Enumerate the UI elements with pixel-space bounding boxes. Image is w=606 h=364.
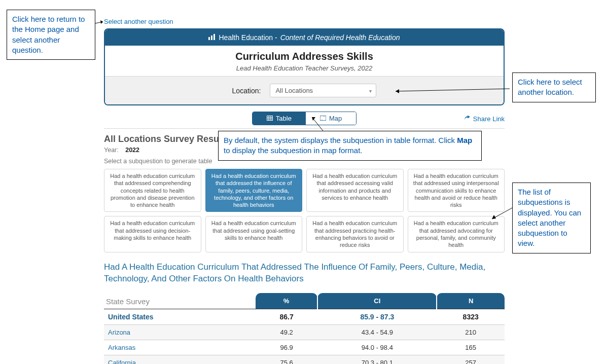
subquestion-card[interactable]: Had a health education curriculum that a… [306, 216, 404, 252]
ci-cell: 94.0 - 98.4 [317, 340, 437, 355]
view-mode-row: Table Map Share Link [104, 112, 505, 125]
col-pct[interactable]: % [256, 293, 318, 309]
n-cell: 210 [437, 324, 505, 340]
col-state[interactable]: State Survey [104, 293, 256, 309]
select-another-question-link[interactable]: Select another question [104, 18, 505, 25]
state-cell: United States [104, 309, 256, 324]
year-label: Year: [104, 147, 119, 154]
view-mode-segmented: Table Map [252, 112, 357, 125]
selected-subquestion-title: Had A Health Education Curriculum That A… [104, 262, 505, 285]
tab-map-label: Map [329, 115, 342, 122]
arrow-select-location [393, 88, 512, 95]
annotation-view-mode: By default, the system displays the subq… [218, 131, 482, 161]
state-cell[interactable]: Arkansas [104, 340, 256, 355]
n-cell: 165 [437, 340, 505, 355]
panel-subtitle: Lead Health Education Teacher Surveys, 2… [105, 64, 504, 72]
table-row: Arkansas96.994.0 - 98.4165 [104, 340, 505, 355]
pct-cell: 49.2 [256, 324, 318, 340]
state-cell[interactable]: Arizona [104, 324, 256, 340]
results-table: State Survey % CI N United States86.785.… [104, 293, 505, 364]
annotation-subq-list: The list of subquestions is displayed. Y… [512, 183, 591, 253]
svg-marker-3 [396, 89, 399, 93]
pct-cell: 86.7 [256, 309, 318, 324]
svg-marker-1 [100, 20, 103, 24]
table-row: California75.670.3 - 80.1257 [104, 355, 505, 364]
ci-cell: 43.4 - 54.9 [317, 324, 437, 340]
location-label: Location: [232, 87, 261, 95]
tab-table[interactable]: Table [253, 112, 306, 125]
pct-cell: 75.6 [256, 355, 318, 364]
annotation-select-location: Click here to select another location. [512, 72, 596, 102]
svg-marker-5 [312, 117, 315, 121]
subquestion-card[interactable]: Had a health education curriculum that a… [306, 169, 404, 212]
state-cell[interactable]: California [104, 355, 256, 364]
svg-rect-9 [211, 35, 212, 40]
ci-cell: 70.3 - 80.1 [317, 355, 437, 364]
year-value: 2022 [125, 147, 139, 154]
table-icon [267, 115, 273, 122]
share-icon [464, 115, 471, 122]
arrow-subq-list [489, 208, 515, 225]
subquestion-grid: Had a health education curriculum that a… [104, 169, 505, 252]
svg-rect-11 [267, 116, 272, 121]
col-n[interactable]: N [437, 293, 505, 309]
subquestion-card[interactable]: Had a health education curriculum that a… [205, 169, 303, 212]
subquestion-card[interactable]: Had a health education curriculum that a… [205, 216, 303, 252]
ci-cell: 85.9 - 87.3 [317, 309, 437, 324]
breadcrumb-minor: Content of Required Health Education [280, 33, 400, 42]
n-cell: 8323 [437, 309, 505, 324]
divider [104, 128, 505, 129]
panel-title-block: Curriculum Addresses Skills Lead Health … [105, 46, 504, 77]
share-link[interactable]: Share Link [464, 115, 505, 122]
location-select-value: All Locations [275, 87, 313, 94]
subquestion-card[interactable]: Had a health education curriculum that a… [104, 216, 201, 252]
location-select[interactable]: All Locations ▾ [270, 84, 376, 97]
table-row: Arizona49.243.4 - 54.9210 [104, 324, 505, 340]
breadcrumb-major: Health Education - [219, 33, 277, 42]
pct-cell: 96.9 [256, 340, 318, 355]
annotation-return-home: Click here to return to the Home page an… [7, 10, 95, 60]
panel-breadcrumb: Health Education - Content of Required H… [105, 29, 504, 46]
table-row: United States86.785.9 - 87.38323 [104, 309, 505, 324]
n-cell: 257 [437, 355, 505, 364]
panel-title: Curriculum Addresses Skills [105, 51, 504, 62]
svg-rect-10 [213, 34, 215, 40]
arrow-return-home [95, 20, 105, 27]
chart-icon [208, 33, 216, 42]
col-ci[interactable]: CI [317, 293, 437, 309]
subquestion-card[interactable]: Had a health education curriculum that a… [104, 169, 201, 212]
tab-table-label: Table [276, 115, 292, 122]
chevron-down-icon: ▾ [369, 88, 372, 93]
subquestion-card[interactable]: Had a health education curriculum that a… [408, 169, 505, 212]
svg-line-2 [396, 89, 510, 91]
share-link-label: Share Link [473, 115, 505, 122]
svg-rect-8 [208, 37, 210, 40]
